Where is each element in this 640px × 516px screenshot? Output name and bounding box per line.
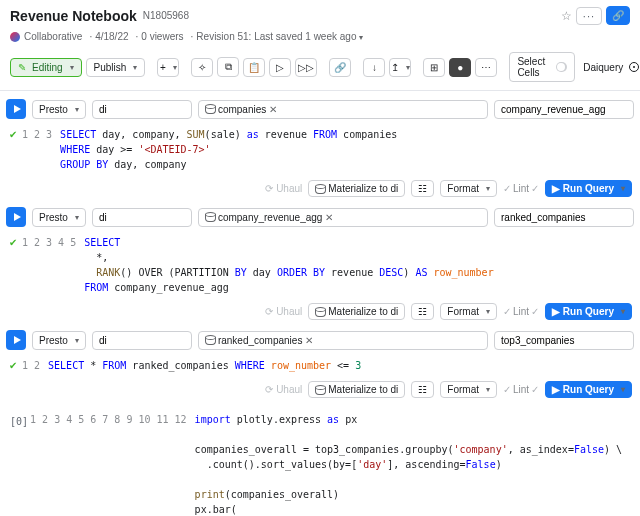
- remove-chip-icon[interactable]: ✕: [325, 212, 333, 223]
- output-dataset-box[interactable]: [494, 208, 634, 227]
- run-query-button[interactable]: ▶ Run Query: [545, 180, 632, 197]
- publish-button[interactable]: Publish: [86, 58, 146, 77]
- viewers-label: 0 viewers: [133, 31, 184, 42]
- grid-icon[interactable]: ⊞: [423, 58, 445, 77]
- link-icon[interactable]: 🔗: [329, 58, 351, 77]
- database-icon: [315, 307, 324, 317]
- uhaul-label[interactable]: ⟳ Uhaul: [265, 183, 302, 194]
- uhaul-label[interactable]: ⟳ Uhaul: [265, 306, 302, 317]
- status-ok-icon: ✔: [9, 129, 17, 140]
- overflow-icon[interactable]: ⋯: [475, 58, 497, 77]
- wand-icon[interactable]: ✧: [191, 58, 213, 77]
- exec-count: [0]: [6, 412, 28, 516]
- collaborative-icon: [10, 32, 20, 42]
- input-dataset-box[interactable]: company_revenue_agg✕: [198, 208, 488, 227]
- star-icon[interactable]: ☆: [561, 9, 572, 23]
- materialize-button[interactable]: Materialize to di: [308, 381, 405, 398]
- clipboard-icon[interactable]: 📋: [243, 58, 265, 77]
- line-gutter: 1 2 3 4 5: [20, 235, 84, 295]
- lint-indicator[interactable]: ✓ Lint ✓: [503, 306, 539, 317]
- line-gutter: 1 2: [20, 358, 48, 373]
- run-query-button[interactable]: ▶ Run Query: [545, 381, 632, 398]
- date-label: 4/18/22: [86, 31, 128, 42]
- materialize-settings-button[interactable]: ☷: [411, 303, 434, 320]
- format-button[interactable]: Format: [440, 180, 497, 197]
- database-icon: [315, 184, 324, 194]
- format-button[interactable]: Format: [440, 381, 497, 398]
- notebook-title: Revenue Notebook: [10, 8, 137, 24]
- upload-icon[interactable]: ↥: [389, 58, 411, 77]
- run-cell-button[interactable]: [6, 330, 26, 350]
- more-menu-button[interactable]: ···: [576, 7, 602, 25]
- sql-cell: Presto company_revenue_agg✕ ✔ 1 2 3 4 5 …: [6, 207, 634, 322]
- play-icon[interactable]: ▷: [269, 58, 291, 77]
- sql-cell: Presto ranked_companies✕ ✔ 1 2 SELECT * …: [6, 330, 634, 400]
- copy-icon[interactable]: ⧉: [217, 57, 239, 77]
- database-icon: [315, 385, 324, 395]
- input-chip[interactable]: companies✕: [218, 104, 277, 115]
- quartz-icon: [629, 62, 639, 72]
- materialize-settings-button[interactable]: ☷: [411, 180, 434, 197]
- database-icon: [205, 104, 214, 114]
- revision-label[interactable]: Revision 51: Last saved 1 week ago: [188, 31, 364, 42]
- remove-chip-icon[interactable]: ✕: [305, 335, 313, 346]
- select-cells-button[interactable]: Select Cells: [509, 52, 575, 82]
- status-ok-icon: ✔: [9, 237, 17, 248]
- line-gutter: 1 2 3: [20, 127, 60, 172]
- code-editor[interactable]: import plotly.express as px companies_ov…: [195, 412, 634, 516]
- notebook-id: N1805968: [143, 10, 189, 21]
- main-toolbar: Editing Publish + ✧ ⧉ 📋 ▷ ▷▷ 🔗 ↓ ↥ ⊞ ● ⋯…: [0, 48, 640, 91]
- engine-select[interactable]: Presto: [32, 331, 86, 350]
- status-ok-icon: ✔: [9, 360, 17, 371]
- remove-chip-icon[interactable]: ✕: [269, 104, 277, 115]
- daiquery-label[interactable]: Daiquery: [583, 62, 623, 73]
- materialize-button[interactable]: Materialize to di: [308, 303, 405, 320]
- select-cells-toggle[interactable]: [556, 62, 568, 72]
- add-cell-button[interactable]: +: [157, 58, 179, 77]
- lint-indicator[interactable]: ✓ Lint ✓: [503, 183, 539, 194]
- uhaul-label[interactable]: ⟳ Uhaul: [265, 384, 302, 395]
- output-dataset-box[interactable]: [494, 100, 634, 119]
- input-dataset-box[interactable]: companies✕: [198, 100, 488, 119]
- input-dataset-box[interactable]: ranked_companies✕: [198, 331, 488, 350]
- code-editor[interactable]: SELECT *, RANK() OVER (PARTITION BY day …: [84, 235, 634, 295]
- theme-icon[interactable]: ●: [449, 58, 471, 77]
- editing-mode-button[interactable]: Editing: [10, 58, 82, 77]
- link-button[interactable]: 🔗: [606, 6, 630, 25]
- download-icon[interactable]: ↓: [363, 58, 385, 77]
- output-dataset-box[interactable]: [494, 331, 634, 350]
- collab-mode: Collaborative: [24, 31, 82, 42]
- database-icon: [205, 212, 214, 222]
- materialize-settings-button[interactable]: ☷: [411, 381, 434, 398]
- fast-forward-icon[interactable]: ▷▷: [295, 58, 317, 77]
- engine-select[interactable]: Presto: [32, 100, 86, 119]
- sql-cell: Presto companies✕ ✔ 1 2 3 SELECT day, co…: [6, 99, 634, 199]
- code-editor[interactable]: SELECT day, company, SUM(sale) as revenu…: [60, 127, 634, 172]
- run-cell-button[interactable]: [6, 207, 26, 227]
- lint-indicator[interactable]: ✓ Lint ✓: [503, 384, 539, 395]
- python-cell: [0] 1 2 3 4 5 6 7 8 9 10 11 12 import pl…: [6, 408, 634, 516]
- line-gutter: 1 2 3 4 5 6 7 8 9 10 11 12: [28, 412, 195, 516]
- run-query-button[interactable]: ▶ Run Query: [545, 303, 632, 320]
- code-editor[interactable]: SELECT * FROM ranked_companies WHERE row…: [48, 358, 634, 373]
- materialize-button[interactable]: Materialize to di: [308, 180, 405, 197]
- input-chip[interactable]: company_revenue_agg✕: [218, 212, 334, 223]
- run-cell-button[interactable]: [6, 99, 26, 119]
- input-chip[interactable]: ranked_companies✕: [218, 335, 314, 346]
- engine-select[interactable]: Presto: [32, 208, 86, 227]
- format-button[interactable]: Format: [440, 303, 497, 320]
- database-icon: [205, 335, 214, 345]
- namespace-input[interactable]: [92, 100, 192, 119]
- namespace-input[interactable]: [92, 331, 192, 350]
- namespace-input[interactable]: [92, 208, 192, 227]
